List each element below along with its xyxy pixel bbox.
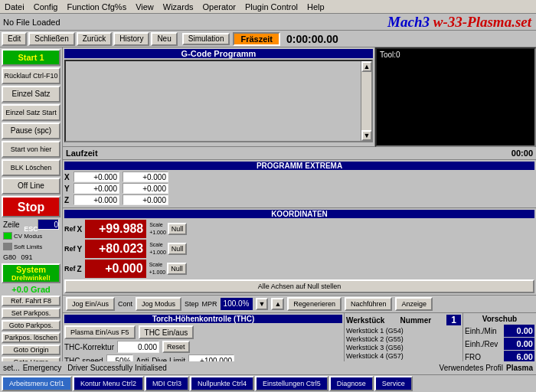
topbar: No File Loaded Mach3 w-33-Plasma.set — [0, 14, 536, 31]
set-parkpos-button[interactable]: Set Parkpos. — [2, 308, 60, 318]
rate-down-button[interactable]: ▼ — [256, 298, 269, 310]
soft-limits-row: Soft Limits — [2, 242, 60, 251]
extrema-z-max[interactable] — [123, 194, 168, 205]
anti-dive-limit-field[interactable] — [188, 354, 234, 361]
kord-z-row: Ref Z +0.000 Scale+1.000 Null — [64, 260, 534, 278]
schliessen-button[interactable]: Schließen — [28, 32, 74, 46]
thc-speed-field[interactable] — [106, 354, 133, 361]
stop-button[interactable]: Stop ESC — [2, 196, 60, 217]
menu-function[interactable]: Function Cfg%s — [62, 2, 131, 11]
jog-modus-button[interactable]: Jog Modus — [136, 297, 181, 311]
einh-rev-label: Einh./Rev — [465, 340, 498, 348]
rate-up-button[interactable]: ▲ — [271, 298, 284, 310]
tab-nullpunkte[interactable]: Nullpunkte Ctrl4 — [190, 376, 254, 391]
einzel-satz-button[interactable]: Einzel Satz — [2, 86, 60, 103]
extrema-z-min[interactable] — [74, 194, 119, 205]
thc-ein-aus-button[interactable]: THC Ein/aus — [139, 325, 194, 339]
menu-wizards[interactable]: Wizards — [159, 2, 198, 11]
scale-y: Scale+1.000 — [149, 241, 166, 256]
scroll-up-arrow[interactable]: ▲ — [361, 61, 372, 72]
blk-loschen-button[interactable]: BLK Löschen — [2, 159, 60, 176]
jog-row: Jog Ein/Aus Cont Jog Modus Step MPR 100.… — [63, 296, 536, 313]
pause-button[interactable]: Pause (spc) — [2, 122, 60, 139]
set-label: set... — [3, 364, 20, 372]
tab-mdi[interactable]: MDI Ctrl3 — [145, 376, 189, 391]
thc-reset-button[interactable]: Reset — [162, 341, 190, 353]
werkstuck3-row: Werkstück 3 (G56) — [346, 344, 461, 351]
extrema-x-axis: X — [64, 173, 74, 181]
tab-kontur-menu[interactable]: Kontur Menu Ctrl2 — [73, 376, 144, 391]
left-sidebar: Start 1 Rücklauf Ctrl-F10 Einzel Satz Ei… — [0, 47, 63, 361]
einh-min-label: Einh./Min — [465, 327, 497, 335]
system-drehwinkel-button[interactable]: System Drehwinkel! — [2, 263, 60, 283]
kord-y-row: Ref Y +80.023 Scale+1.000 Null — [64, 240, 534, 258]
zeile-input[interactable] — [38, 219, 59, 230]
gcode-scrollbar[interactable]: ▲ ▼ — [361, 61, 371, 141]
extrema-x-min[interactable] — [74, 172, 119, 182]
extrema-title: PROGRAMM EXTREMA — [64, 162, 534, 170]
neu-button[interactable]: Neu — [151, 32, 177, 46]
edit-button[interactable]: Edit — [2, 32, 27, 46]
off-line-button[interactable]: Off Line — [2, 178, 60, 194]
tab-service[interactable]: Service — [374, 376, 413, 391]
werkstuck4-label: Werkstück 4 (G57) — [346, 352, 404, 360]
fro-val: 6.00 — [504, 351, 534, 361]
y-axis-label: Y — [77, 245, 83, 253]
null-z-button[interactable]: Null — [167, 263, 187, 275]
stop-label: Stop — [18, 201, 45, 214]
menu-plugin[interactable]: Plugin Control — [240, 2, 302, 11]
history-button[interactable]: History — [113, 32, 149, 46]
tab-arbeitsmenu[interactable]: Arbeitsmenu Ctrl1 — [2, 376, 72, 391]
menu-view[interactable]: View — [131, 2, 159, 11]
werkstuck-title-row: Werkstück Nummer 1 — [346, 315, 461, 325]
menu-datei[interactable]: Datei — [0, 2, 29, 11]
werkstuck2-label: Werkstück 2 (G55) — [346, 335, 404, 343]
menu-config[interactable]: Config — [29, 2, 63, 11]
scroll-down-arrow[interactable]: ▼ — [361, 130, 372, 141]
plasma-ein-aus-button[interactable]: Plasma Ein/Aus F5 — [64, 325, 136, 339]
thc-korrektur-label: THC-Korrektur — [64, 343, 114, 351]
rucklauf-button[interactable]: Rücklauf Ctrl-F10 — [2, 67, 60, 84]
alle-achsen-button[interactable]: Alle Achsen auf Null stellen — [64, 279, 534, 293]
null-y-button[interactable]: Null — [168, 243, 188, 255]
indicators-row: CV Modus — [2, 231, 60, 240]
einzel-satz-start-button[interactable]: Einzel Satz Start — [2, 104, 60, 121]
driver-status: Driver Successfully Initialised — [67, 364, 167, 372]
nachfuhren-button[interactable]: Nachführen — [345, 297, 393, 311]
anzeige-button[interactable]: Anzeige — [395, 297, 433, 311]
extrema-x-max[interactable] — [123, 172, 168, 182]
koordinaten-title: KOORDINATEN — [64, 210, 534, 218]
regenerieren-button[interactable]: Regenerieren — [287, 297, 342, 311]
ref-fahrt-button[interactable]: Ref. Fahrt F8 — [2, 296, 60, 306]
goto-origin-button[interactable]: Goto Origin — [2, 345, 60, 355]
g-codes-row: G80 091 — [2, 253, 60, 262]
rate-display: 100.0% — [221, 298, 253, 310]
goto-parkpos-button[interactable]: Goto Parkpos. — [2, 320, 60, 331]
simulation-button[interactable]: Simulation — [182, 33, 230, 45]
vorschub-fro-row: FRO 6.00 — [465, 351, 534, 361]
menu-operator[interactable]: Operator — [198, 2, 240, 11]
extrema-y-max[interactable] — [123, 183, 168, 194]
extrema-y-axis: Y — [64, 185, 74, 193]
menu-help[interactable]: Help — [302, 2, 329, 11]
thc-korrektur-field[interactable] — [117, 341, 159, 353]
tab-diagnose[interactable]: Diagnose — [329, 376, 374, 391]
jog-ein-aus-button[interactable]: Jog Ein/Aus — [66, 297, 115, 311]
zuruck-button[interactable]: Zurück — [77, 32, 113, 46]
start-von-hier-button[interactable]: Start von hier — [2, 141, 60, 158]
werkstuck1-label: Werkstück 1 (G54) — [346, 327, 404, 335]
extrema-y-min[interactable] — [74, 183, 119, 194]
vorschub-einh-min-row: Einh./Min 0.00 — [465, 325, 534, 337]
start1-button[interactable]: Start 1 — [2, 49, 60, 66]
mach3-title: Mach3 w-33-Plasma.set — [387, 14, 531, 31]
gcode-panel: G-Code Programm ▲ ▼ — [63, 47, 375, 147]
tab-einstellungen[interactable]: Einstellungen Ctrl5 — [255, 376, 328, 391]
null-x-button[interactable]: Null — [168, 223, 188, 235]
thc-werkstuck-row: Torch-Höhenkontrolle (THC) Plasma Ein/Au… — [63, 313, 536, 361]
kord-val-x: +99.988 — [85, 220, 146, 238]
parkpos-loschen-button[interactable]: Parkpos. löschen — [2, 332, 60, 343]
tool-display: Tool:0 — [375, 47, 536, 147]
thc-row1: Plasma Ein/Aus F5 THC Ein/aus — [64, 325, 342, 339]
kord-val-y: +80.023 — [85, 240, 146, 258]
toolbar: Edit Schließen Zurück History Neu Simula… — [0, 31, 536, 47]
